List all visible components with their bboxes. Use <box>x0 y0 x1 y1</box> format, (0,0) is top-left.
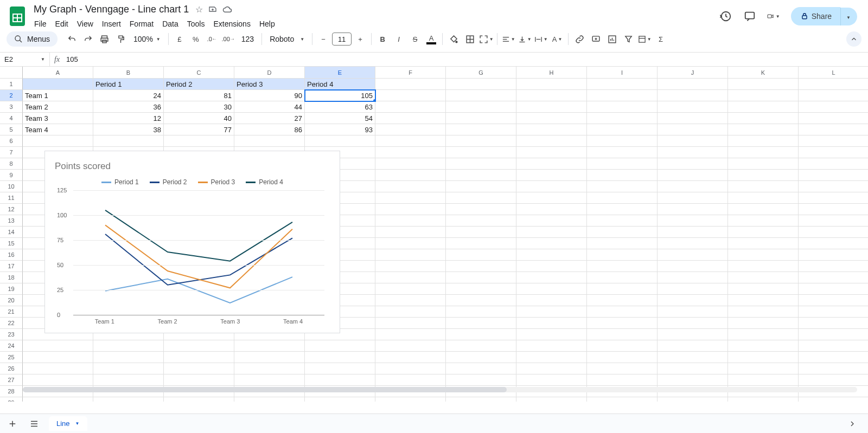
col-head-L[interactable]: L <box>799 67 868 79</box>
cell-H6[interactable] <box>516 135 587 147</box>
row-head-23[interactable]: 23 <box>0 329 23 340</box>
menu-edit[interactable]: Edit <box>52 17 72 30</box>
cell-J13[interactable] <box>658 215 728 227</box>
cell-I18[interactable] <box>587 272 658 283</box>
chart-object[interactable]: Points scored Period 1Period 2Period 3Pe… <box>44 151 340 333</box>
paint-format-button[interactable] <box>113 31 128 47</box>
doc-title[interactable]: My Graph - Venngage - Line chart 1 <box>30 3 192 16</box>
formula-bar[interactable]: 105 <box>64 55 80 63</box>
cell-J3[interactable] <box>658 101 728 113</box>
font-size-input[interactable]: 11 <box>332 33 352 46</box>
cell-J17[interactable] <box>658 261 728 272</box>
cell-H8[interactable] <box>516 158 587 170</box>
cell-L18[interactable] <box>799 272 868 283</box>
cell-D1[interactable]: Period 3 <box>234 79 305 90</box>
functions-button[interactable]: Σ <box>653 31 668 47</box>
cell-J5[interactable] <box>658 124 728 135</box>
col-head-E[interactable]: E <box>305 67 375 79</box>
cell-I6[interactable] <box>587 135 658 147</box>
cell-B27[interactable] <box>93 374 164 386</box>
cell-G14[interactable] <box>446 227 516 238</box>
cell-H9[interactable] <box>516 170 587 181</box>
cell-L19[interactable] <box>799 283 868 295</box>
cell-H19[interactable] <box>516 283 587 295</box>
cell-I15[interactable] <box>587 238 658 249</box>
cell-I25[interactable] <box>587 352 658 363</box>
cell-G4[interactable] <box>446 113 516 124</box>
print-button[interactable] <box>97 31 112 47</box>
cell-I22[interactable] <box>587 318 658 329</box>
cell-D26[interactable] <box>234 363 305 374</box>
menu-help[interactable]: Help <box>256 17 279 30</box>
col-head-D[interactable]: D <box>234 67 305 79</box>
insert-chart-button[interactable] <box>604 31 620 47</box>
cell-D29[interactable] <box>234 397 305 402</box>
cell-G18[interactable] <box>446 272 516 283</box>
menu-extensions[interactable]: Extensions <box>209 17 254 30</box>
cell-I8[interactable] <box>587 158 658 170</box>
cell-K15[interactable] <box>728 238 799 249</box>
cell-J16[interactable] <box>658 249 728 261</box>
cell-L1[interactable] <box>799 79 868 90</box>
cell-D27[interactable] <box>234 374 305 386</box>
cell-A2[interactable]: Team 1 <box>23 90 93 101</box>
cell-A26[interactable] <box>23 363 93 374</box>
fill-color-button[interactable] <box>446 31 461 47</box>
cell-H5[interactable] <box>516 124 587 135</box>
cell-I27[interactable] <box>587 374 658 386</box>
cell-J11[interactable] <box>658 192 728 204</box>
cell-H26[interactable] <box>516 363 587 374</box>
cell-I3[interactable] <box>587 101 658 113</box>
cell-F12[interactable] <box>375 204 446 215</box>
cell-G17[interactable] <box>446 261 516 272</box>
cell-J14[interactable] <box>658 227 728 238</box>
cell-D4[interactable]: 27 <box>234 113 305 124</box>
cell-B6[interactable] <box>93 135 164 147</box>
cell-A6[interactable] <box>23 135 93 147</box>
cell-F6[interactable] <box>375 135 446 147</box>
col-head-A[interactable]: A <box>23 67 93 79</box>
menu-file[interactable]: File <box>30 17 50 30</box>
star-icon[interactable]: ☆ <box>195 4 203 15</box>
cell-K19[interactable] <box>728 283 799 295</box>
cell-L9[interactable] <box>799 170 868 181</box>
cell-G23[interactable] <box>446 329 516 340</box>
cell-K10[interactable] <box>728 181 799 192</box>
cell-F26[interactable] <box>375 363 446 374</box>
row-head-6[interactable]: 6 <box>0 135 23 147</box>
cell-G10[interactable] <box>446 181 516 192</box>
cell-H17[interactable] <box>516 261 587 272</box>
cell-G12[interactable] <box>446 204 516 215</box>
row-head-16[interactable]: 16 <box>0 249 23 261</box>
cell-H2[interactable] <box>516 90 587 101</box>
cell-L4[interactable] <box>799 113 868 124</box>
cell-L13[interactable] <box>799 215 868 227</box>
cell-B5[interactable]: 38 <box>93 124 164 135</box>
cell-I11[interactable] <box>587 192 658 204</box>
col-head-K[interactable]: K <box>728 67 799 79</box>
cell-G6[interactable] <box>446 135 516 147</box>
cell-F5[interactable] <box>375 124 446 135</box>
row-head-13[interactable]: 13 <box>0 215 23 227</box>
cell-G29[interactable] <box>446 397 516 402</box>
cell-B24[interactable] <box>93 340 164 352</box>
wrap-button[interactable]: ▼ <box>533 31 548 47</box>
font-size-increase[interactable]: + <box>353 31 368 47</box>
cell-E1[interactable]: Period 4 <box>305 79 375 90</box>
cell-F19[interactable] <box>375 283 446 295</box>
cell-H25[interactable] <box>516 352 587 363</box>
cell-L16[interactable] <box>799 249 868 261</box>
cell-L6[interactable] <box>799 135 868 147</box>
cell-H22[interactable] <box>516 318 587 329</box>
cell-A4[interactable]: Team 3 <box>23 113 93 124</box>
name-box[interactable]: E2▼ <box>0 53 50 66</box>
row-head-20[interactable]: 20 <box>0 295 23 306</box>
cell-J24[interactable] <box>658 340 728 352</box>
cell-K9[interactable] <box>728 170 799 181</box>
cell-C29[interactable] <box>164 397 234 402</box>
cell-I21[interactable] <box>587 306 658 318</box>
cell-L29[interactable] <box>799 397 868 402</box>
cell-J4[interactable] <box>658 113 728 124</box>
cell-B26[interactable] <box>93 363 164 374</box>
cell-G26[interactable] <box>446 363 516 374</box>
